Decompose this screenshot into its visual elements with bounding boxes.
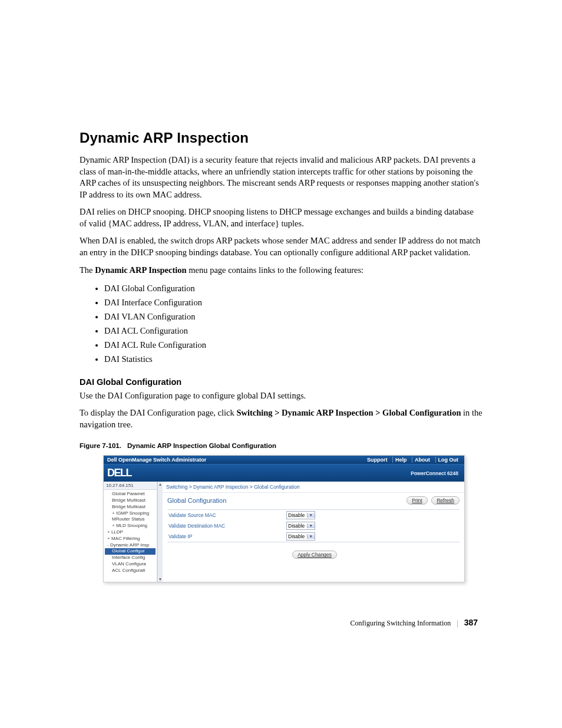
scroll-up-icon[interactable]: ▲ [158, 482, 163, 486]
list-item: DAI Global Configuration [104, 282, 482, 296]
tree-item[interactable]: MRouter Status [105, 516, 156, 523]
setting-row: Validate IP Disable ▾ [167, 531, 459, 542]
body-paragraph: Use the DAI Configuration page to config… [80, 390, 482, 402]
panel-title: Global Configuration [167, 497, 226, 504]
tree-item[interactable]: VLAN Configura [105, 561, 156, 568]
chevron-down-icon[interactable]: ▾ [307, 534, 315, 539]
setting-select[interactable]: Disable ▾ [286, 522, 315, 530]
refresh-button[interactable]: Refresh [431, 496, 459, 505]
app-titlebar: Dell OpenManage Switch Administrator Sup… [104, 456, 464, 464]
page-number: 387 [464, 618, 478, 627]
setting-select[interactable]: Disable ▾ [286, 532, 315, 541]
logo-bar: DELL PowerConnect 6248 [104, 464, 464, 482]
sub-heading: DAI Global Configuration [80, 377, 482, 387]
body-paragraph: To display the DAI Configuration page, c… [80, 407, 482, 430]
settings-table: Validate Source MAC Disable ▾ Validate D… [167, 509, 459, 542]
body-paragraph: The Dynamic ARP Inspection menu page con… [80, 265, 482, 276]
list-item: DAI Statistics [104, 353, 482, 367]
body-paragraph: Dynamic ARP Inspection (DAI) is a securi… [80, 154, 482, 200]
list-item: DAI ACL Configuration [104, 324, 482, 338]
setting-label: Validate Destination MAC [167, 523, 286, 529]
page-footer: Configuring Switching Information | 387 [80, 618, 482, 628]
body-paragraph: When DAI is enabled, the switch drops AR… [80, 235, 482, 258]
tree-item[interactable]: Dynamic ARP Insp [105, 542, 156, 549]
tree-item[interactable]: IGMP Snooping [105, 510, 156, 517]
page-heading: Dynamic ARP Inspection [80, 130, 482, 146]
device-model: PowerConnect 6248 [411, 470, 458, 476]
tree-item[interactable]: LLDP [105, 529, 156, 536]
list-item: DAI VLAN Configuration [104, 310, 482, 324]
tree-item[interactable]: Interface Config [105, 555, 156, 561]
setting-select[interactable]: Disable ▾ [286, 511, 315, 519]
tree-item[interactable]: Bridge Multicast [105, 504, 156, 510]
scrollbar[interactable]: ▲ ▼ [157, 482, 163, 582]
breadcrumb: Switching > Dynamic ARP Inspection > Glo… [163, 482, 464, 493]
chevron-down-icon[interactable]: ▾ [307, 513, 315, 518]
tree-item[interactable]: ACL Configurati [105, 568, 156, 574]
scroll-down-icon[interactable]: ▼ [158, 577, 163, 581]
tree-item[interactable]: Global Paramet [105, 491, 156, 498]
list-item: DAI ACL Rule Configuration [104, 338, 482, 353]
setting-label: Validate Source MAC [167, 512, 286, 518]
screenshot-mock: Dell OpenManage Switch Administrator Sup… [103, 455, 465, 582]
apply-changes-button[interactable]: Apply Changes [292, 551, 337, 559]
panel-action-group: Print Refresh [404, 496, 459, 505]
support-link[interactable]: Support [365, 457, 390, 463]
tree-item[interactable]: Bridge Multicast [105, 498, 156, 504]
list-item: DAI Interface Configuration [104, 296, 482, 310]
setting-row: Validate Destination MAC Disable ▾ [167, 521, 459, 531]
setting-label: Validate IP [167, 533, 286, 539]
nav-tree[interactable]: Global Paramet Bridge Multicast Bridge M… [104, 490, 157, 576]
main-panel: Switching > Dynamic ARP Inspection > Glo… [163, 482, 464, 582]
nav-sidebar: 10.27.64.151 Global Paramet Bridge Multi… [104, 482, 157, 582]
tree-item[interactable]: MLD Snooping [105, 523, 156, 529]
help-link[interactable]: Help [392, 457, 409, 463]
device-ip: 10.27.64.151 [104, 482, 157, 490]
tree-item-selected[interactable]: Global Configur [105, 548, 156, 555]
print-button[interactable]: Print [406, 496, 427, 505]
chevron-down-icon[interactable]: ▾ [307, 523, 315, 528]
tree-item[interactable]: MAC Filtering [105, 536, 156, 542]
top-link-group: Support Help About Log Out [363, 457, 461, 463]
setting-row: Validate Source MAC Disable ▾ [167, 510, 459, 521]
logout-link[interactable]: Log Out [435, 457, 461, 463]
app-title: Dell OpenManage Switch Administrator [107, 457, 206, 463]
footer-section: Configuring Switching Information [351, 619, 451, 628]
figure-caption: Figure 7-101.Dynamic ARP Inspection Glob… [80, 442, 482, 449]
about-link[interactable]: About [412, 457, 432, 463]
dell-logo: DELL [107, 467, 131, 479]
footer-separator: | [457, 619, 458, 628]
feature-list: DAI Global Configuration DAI Interface C… [104, 282, 482, 367]
body-paragraph: DAI relies on DHCP snooping. DHCP snoopi… [80, 206, 482, 229]
